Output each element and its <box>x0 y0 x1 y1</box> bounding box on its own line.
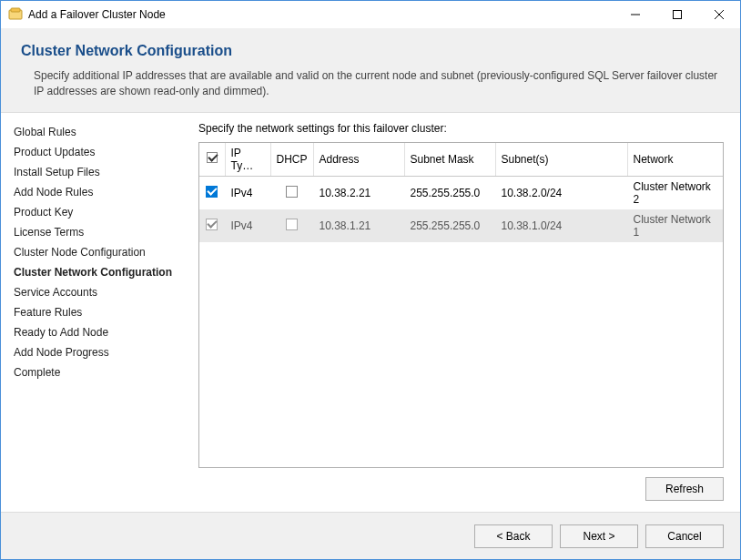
sidebar-item[interactable]: Cluster Node Configuration <box>14 242 188 262</box>
cell-mask: 255.255.255.0 <box>404 209 495 242</box>
col-header-dhcp[interactable]: DHCP <box>270 143 313 177</box>
table-row[interactable]: IPv410.38.2.21255.255.255.010.38.2.0/24C… <box>199 176 723 209</box>
sidebar-item[interactable]: Global Rules <box>14 122 188 142</box>
sidebar-item[interactable]: Product Key <box>14 202 188 222</box>
cell-iptype: IPv4 <box>225 176 270 209</box>
col-header-network[interactable]: Network <box>627 143 722 177</box>
wizard-window: Add a Failover Cluster Node Cluster Netw… <box>0 0 741 560</box>
cell-address: 10.38.2.21 <box>313 176 404 209</box>
cell-network: Cluster Network 1 <box>627 209 722 242</box>
col-header-mask[interactable]: Subnet Mask <box>404 143 495 177</box>
dhcp-checkbox <box>286 219 298 230</box>
cell-address: 10.38.1.21 <box>313 209 404 242</box>
col-header-iptype[interactable]: IP Ty… <box>225 143 270 177</box>
col-header-select[interactable] <box>199 143 225 177</box>
grid-body: IPv410.38.2.21255.255.255.010.38.2.0/24C… <box>199 176 723 242</box>
minimize-button[interactable] <box>614 1 656 28</box>
grid-header-row: IP Ty… DHCP Address Subnet Mask Subnet(s… <box>199 143 723 177</box>
network-grid: IP Ty… DHCP Address Subnet Mask Subnet(s… <box>198 142 724 468</box>
wizard-footer: < Back Next > Cancel <box>1 512 740 559</box>
page-description: Specify additional IP addresses that are… <box>21 68 720 99</box>
sidebar-item[interactable]: License Terms <box>14 222 188 242</box>
maximize-button[interactable] <box>656 1 698 28</box>
row-select-checkbox <box>206 219 218 230</box>
wizard-steps-sidebar: Global RulesProduct UpdatesInstall Setup… <box>1 113 188 512</box>
content-instruction: Specify the network settings for this fa… <box>198 122 724 135</box>
cell-iptype: IPv4 <box>225 209 270 242</box>
sidebar-item[interactable]: Product Updates <box>14 142 188 162</box>
refresh-row: Refresh <box>198 477 724 501</box>
sidebar-item[interactable]: Install Setup Files <box>14 162 188 182</box>
wizard-content: Specify the network settings for this fa… <box>188 113 740 512</box>
cell-network: Cluster Network 2 <box>627 176 722 209</box>
col-header-subnets[interactable]: Subnet(s) <box>495 143 627 177</box>
wizard-body: Global RulesProduct UpdatesInstall Setup… <box>1 113 740 512</box>
sidebar-item[interactable]: Feature Rules <box>14 302 188 322</box>
row-select-checkbox[interactable] <box>206 186 218 198</box>
svg-rect-3 <box>674 11 682 19</box>
refresh-button[interactable]: Refresh <box>645 477 724 501</box>
cell-subnets: 10.38.1.0/24 <box>495 209 627 242</box>
back-button[interactable]: < Back <box>474 524 553 548</box>
cell-mask: 255.255.255.0 <box>404 176 495 209</box>
titlebar: Add a Failover Cluster Node <box>1 1 740 28</box>
col-header-address[interactable]: Address <box>313 143 404 177</box>
next-button[interactable]: Next > <box>560 524 638 548</box>
window-title: Add a Failover Cluster Node <box>28 8 614 21</box>
app-icon <box>8 7 23 22</box>
table-row: IPv410.38.1.21255.255.255.010.38.1.0/24C… <box>199 209 723 242</box>
cell-subnets: 10.38.2.0/24 <box>495 176 627 209</box>
sidebar-item[interactable]: Add Node Rules <box>14 182 188 202</box>
sidebar-item[interactable]: Ready to Add Node <box>14 322 188 342</box>
dhcp-checkbox[interactable] <box>286 186 298 198</box>
sidebar-item[interactable]: Add Node Progress <box>14 342 188 362</box>
svg-rect-1 <box>11 8 20 12</box>
cancel-button[interactable]: Cancel <box>645 524 724 548</box>
sidebar-item[interactable]: Complete <box>14 362 188 382</box>
sidebar-item[interactable]: Cluster Network Configuration <box>14 262 188 282</box>
page-title: Cluster Network Configuration <box>21 43 720 59</box>
select-all-checkbox[interactable] <box>207 152 218 163</box>
sidebar-item[interactable]: Service Accounts <box>14 282 188 302</box>
close-button[interactable] <box>698 1 740 28</box>
wizard-header: Cluster Network Configuration Specify ad… <box>1 28 740 113</box>
